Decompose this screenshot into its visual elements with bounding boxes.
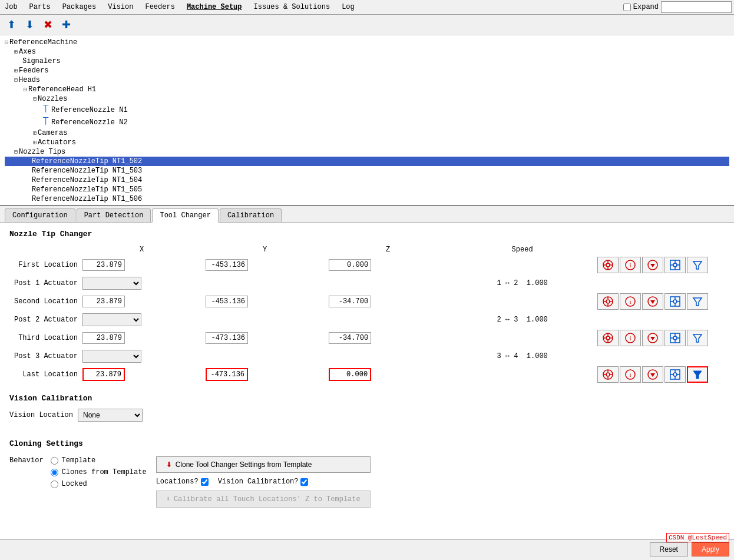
move-down-button[interactable]: ⬇ <box>23 17 37 32</box>
expand-icon[interactable]: ⊟ <box>14 77 18 84</box>
tree-item-nozzle-tips[interactable]: ⊟ Nozzle Tips <box>5 147 729 157</box>
apply-button[interactable]: Apply <box>692 542 729 556</box>
svg-text:i: i <box>629 261 631 269</box>
second-location-x[interactable] <box>82 296 125 307</box>
tree-item-ref-head-h1[interactable]: ⊟ ReferenceHead H1 <box>5 85 729 94</box>
expand-checkbox[interactable] <box>623 4 631 11</box>
menu-job[interactable]: Job <box>2 2 20 12</box>
last-loc-down-btn[interactable] <box>642 366 663 383</box>
target-icon <box>602 259 614 271</box>
menu-parts[interactable]: Parts <box>27 2 53 12</box>
first-location-x[interactable] <box>82 259 125 271</box>
expand-icon[interactable]: ⊞ <box>33 130 37 137</box>
third-loc-target-btn[interactable] <box>597 330 619 346</box>
third-loc-crosshair-btn[interactable] <box>664 330 686 346</box>
tab-configuration[interactable]: Configuration <box>5 208 75 222</box>
expand-icon[interactable]: ⊟ <box>14 148 18 155</box>
vision-cal-checkbox[interactable] <box>300 478 308 486</box>
tree-panel[interactable]: ⊟ ReferenceMachine ⊞ Axes Signalers ⊞ Fe… <box>0 35 734 206</box>
tree-item-nt1-503[interactable]: ReferenceNozzleTip NT1_503 <box>5 166 729 175</box>
second-loc-info-btn[interactable]: i <box>620 293 641 310</box>
radio-locked[interactable]: Locked <box>51 480 147 488</box>
move-up-button[interactable]: ⬆ <box>5 17 18 32</box>
first-loc-target-btn[interactable] <box>597 257 619 273</box>
tree-item-actuators[interactable]: ⊞ Actuators <box>5 138 729 147</box>
last-location-z[interactable] <box>329 368 371 381</box>
expand-icon[interactable]: ⊞ <box>14 48 18 55</box>
tree-item-axes[interactable]: ⊞ Axes <box>5 47 729 57</box>
second-loc-target-btn[interactable] <box>597 293 619 310</box>
post2-actuator-select[interactable] <box>82 313 141 326</box>
locations-checkbox[interactable] <box>201 478 209 486</box>
tree-item-heads[interactable]: ⊟ Heads <box>5 75 729 85</box>
third-location-z[interactable] <box>329 332 371 344</box>
tree-item-ref-nozzle-n2[interactable]: ⟙ ReferenceNozzle N2 <box>5 116 729 128</box>
third-loc-down-btn[interactable] <box>642 330 663 346</box>
vision-location-select[interactable]: None <box>78 409 143 422</box>
tree-label: ReferenceNozzleTip NT1_505 <box>32 185 142 194</box>
last-loc-target-btn[interactable] <box>597 366 619 383</box>
first-loc-crosshair-btn[interactable] <box>664 257 686 273</box>
second-loc-crosshair-btn[interactable] <box>664 293 686 310</box>
menu-log[interactable]: Log <box>339 2 357 12</box>
radio-template-input[interactable] <box>51 457 58 465</box>
post1-actuator-label: Post 1 Actuator <box>9 275 80 291</box>
first-loc-filter-btn[interactable] <box>687 257 708 273</box>
tree-item-ref-machine[interactable]: ⊟ ReferenceMachine <box>5 38 729 47</box>
second-location-z[interactable] <box>329 296 371 307</box>
menu-machine-setup[interactable]: Machine Setup <box>184 2 244 12</box>
menu-issues[interactable]: Issues & Solutions <box>252 2 333 12</box>
tab-calibration[interactable]: Calibration <box>220 208 282 222</box>
third-loc-filter-btn[interactable] <box>687 330 708 346</box>
expand-icon[interactable]: ⊟ <box>24 86 27 93</box>
menu-vision[interactable]: Vision <box>105 2 135 12</box>
tree-item-ref-nozzle-n1[interactable]: ⟙ ReferenceNozzle N1 <box>5 104 729 116</box>
tree-item-nt1-505[interactable]: ReferenceNozzleTip NT1_505 <box>5 185 729 194</box>
reset-button[interactable]: Reset <box>650 542 688 556</box>
tree-item-signalers[interactable]: Signalers <box>5 57 729 66</box>
tree-label: Nozzle Tips <box>19 148 65 156</box>
menu-feeders[interactable]: Feeders <box>143 2 177 12</box>
post3-actuator-select[interactable] <box>82 350 141 363</box>
tree-item-cameras[interactable]: ⊞ Cameras <box>5 128 729 138</box>
last-loc-filter-btn[interactable] <box>687 366 708 383</box>
post1-actuator-select[interactable] <box>82 277 141 290</box>
delete-button[interactable]: ✖ <box>41 17 55 32</box>
tab-part-detection[interactable]: Part Detection <box>77 208 151 222</box>
last-location-y[interactable] <box>206 368 248 381</box>
last-location-x[interactable] <box>82 368 125 381</box>
svg-marker-50 <box>693 334 702 342</box>
second-loc-down-btn[interactable] <box>642 293 663 310</box>
add-button[interactable]: ✚ <box>59 17 73 32</box>
last-loc-crosshair-btn[interactable] <box>664 366 686 383</box>
radio-clones-input[interactable] <box>51 469 58 476</box>
first-loc-info-btn[interactable]: i <box>620 257 641 273</box>
tab-tool-changer[interactable]: Tool Changer <box>152 208 218 223</box>
last-loc-info-btn[interactable]: i <box>620 366 641 383</box>
third-location-y[interactable] <box>206 332 248 344</box>
first-loc-down-btn[interactable] <box>642 257 663 273</box>
tree-item-nt1-506[interactable]: ReferenceNozzleTip NT1_506 <box>5 194 729 204</box>
expand-icon[interactable]: ⊟ <box>33 95 37 102</box>
tree-item-feeders[interactable]: ⊞ Feeders <box>5 66 729 75</box>
tree-item-nt1-504[interactable]: ReferenceNozzleTip NT1_504 <box>5 175 729 185</box>
radio-template[interactable]: Template <box>51 456 147 465</box>
tree-item-nozzles[interactable]: ⊟ Nozzles <box>5 94 729 104</box>
expand-icon[interactable]: ⊞ <box>14 67 18 74</box>
radio-clones[interactable]: Clones from Template <box>51 468 147 476</box>
first-location-y[interactable] <box>206 259 248 271</box>
table-row: Last Location i <box>9 365 725 385</box>
tree-item-nt1-502[interactable]: ReferenceNozzleTip NT1_502 <box>5 157 729 166</box>
search-input[interactable] <box>661 1 732 13</box>
menu-packages[interactable]: Packages <box>60 2 99 12</box>
first-location-z[interactable] <box>329 259 371 271</box>
tree-label: Signalers <box>22 57 61 65</box>
clone-btn[interactable]: ⬇ Clone Tool Changer Settings from Templ… <box>156 456 371 473</box>
third-loc-info-btn[interactable]: i <box>620 330 641 346</box>
radio-locked-input[interactable] <box>51 481 58 488</box>
expand-icon[interactable]: ⊟ <box>5 39 8 46</box>
second-location-y[interactable] <box>206 296 248 307</box>
expand-icon[interactable]: ⊞ <box>33 139 37 146</box>
second-loc-filter-btn[interactable] <box>687 293 708 310</box>
third-location-x[interactable] <box>82 332 125 344</box>
